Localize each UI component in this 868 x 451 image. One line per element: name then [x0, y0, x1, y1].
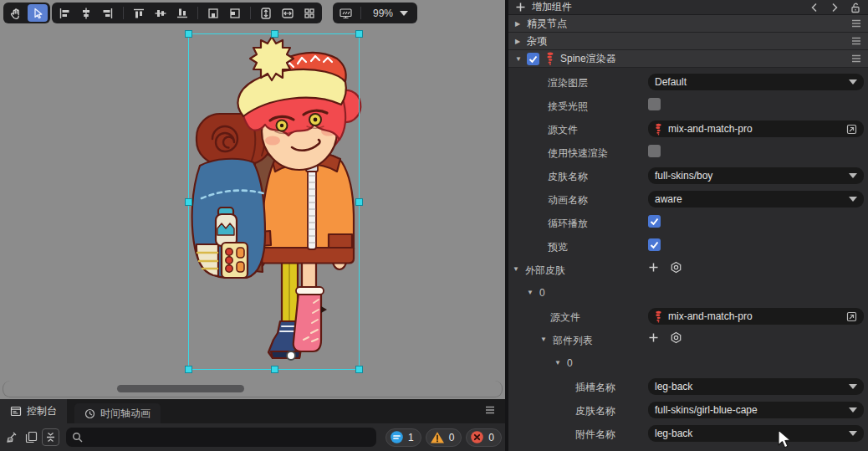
- property-render-layer: 渲染图层 Default: [508, 70, 868, 94]
- skin-name-select[interactable]: full-skins/boy: [648, 167, 864, 184]
- distribute-horizontal-button[interactable]: [225, 4, 245, 22]
- locate-asset-icon[interactable]: [846, 124, 857, 135]
- selection-handle-middle-right[interactable]: [355, 198, 363, 206]
- clear-console-button[interactable]: [3, 428, 21, 446]
- chevron-right-icon: [830, 3, 840, 13]
- align-center-horizontal-button[interactable]: [76, 4, 96, 22]
- plus-icon: [515, 2, 526, 13]
- expand-arrow-icon: ▼: [515, 55, 527, 63]
- distribute-vertical-button[interactable]: [203, 4, 223, 22]
- selection-handle-middle-left[interactable]: [185, 198, 192, 206]
- grid-arrange-button[interactable]: [299, 4, 319, 22]
- align-right-button[interactable]: [98, 4, 118, 22]
- selection-handle-bottom-right[interactable]: [355, 366, 363, 373]
- part-skin-name-select[interactable]: full-skins/girl-blue-cape: [648, 402, 864, 418]
- slot-name-select[interactable]: leg-back: [648, 378, 864, 395]
- add-item-icon[interactable]: [648, 262, 659, 273]
- section-menu-icon[interactable]: [851, 54, 861, 63]
- property-label: 源文件: [548, 123, 578, 137]
- section-menu-icon[interactable]: [851, 37, 861, 45]
- select-tool-button[interactable]: [28, 4, 48, 22]
- stretch-horizontal-icon: [281, 7, 294, 20]
- selection-handle-top-center[interactable]: [271, 30, 278, 38]
- stretch-vertical-icon: [259, 7, 273, 20]
- copy-log-button[interactable]: [23, 428, 40, 446]
- select-value: Default: [655, 76, 849, 88]
- align-center-vertical-icon: [154, 7, 167, 20]
- selection-handle-bottom-left[interactable]: [185, 366, 192, 373]
- fast-render-checkbox[interactable]: [648, 145, 661, 157]
- settings-icon[interactable]: [670, 261, 682, 274]
- spine-icon: [655, 123, 662, 136]
- locate-asset-icon[interactable]: [846, 311, 857, 322]
- align-center-vertical-button[interactable]: [151, 4, 171, 22]
- toolbar-separator: [360, 7, 361, 19]
- property-label: 源文件: [550, 310, 580, 325]
- search-input[interactable]: [88, 431, 370, 444]
- history-forward-button[interactable]: [830, 3, 840, 13]
- panel-menu-icon[interactable]: [485, 406, 495, 414]
- loop-checkbox[interactable]: [648, 215, 661, 228]
- settings-icon[interactable]: [670, 331, 682, 344]
- preview-checkbox[interactable]: [648, 238, 661, 251]
- group-parts-list[interactable]: ▼ 部件列表: [508, 328, 868, 351]
- hand-tool-button[interactable]: [6, 4, 26, 22]
- align-right-icon: [101, 7, 115, 20]
- property-label: 插槽名称: [575, 381, 615, 395]
- zoom-level-value: 99%: [373, 8, 393, 19]
- spine-icon: [655, 310, 662, 323]
- property-slot-name: 插槽名称 leg-back: [508, 375, 868, 398]
- stretch-horizontal-button[interactable]: [278, 4, 298, 22]
- add-item-icon[interactable]: [648, 332, 659, 343]
- add-component-button[interactable]: 增加组件: [532, 0, 572, 14]
- source-file-asset-field[interactable]: mix-and-match-pro: [648, 120, 864, 137]
- align-left-button[interactable]: [54, 4, 74, 22]
- toolbar-separator: [250, 7, 251, 19]
- horizontal-scrollbar[interactable]: [117, 385, 244, 392]
- align-bottom-button[interactable]: [172, 4, 192, 22]
- property-label: 附件名称: [575, 428, 615, 442]
- expand-arrow-icon: ▼: [513, 265, 519, 273]
- align-top-button[interactable]: [129, 4, 149, 22]
- group-external-skin-0[interactable]: ▼ 0: [508, 281, 868, 305]
- error-count-badge[interactable]: 0: [466, 428, 502, 447]
- group-label: 0: [567, 357, 573, 369]
- message-count-badge[interactable]: 1: [385, 428, 421, 447]
- selection-handle-top-left[interactable]: [185, 30, 192, 38]
- scene-view[interactable]: 99%: [0, 0, 505, 399]
- log-search-field[interactable]: [66, 428, 376, 447]
- toolbar-separator: [197, 7, 198, 19]
- warning-count-badge[interactable]: 0: [426, 428, 462, 447]
- display-resolution-button[interactable]: [335, 4, 355, 22]
- section-label: Spine渲染器: [560, 52, 616, 66]
- collapse-logs-button[interactable]: [42, 428, 59, 446]
- editor-window: 99% 增加组件 ▶ 精灵节点 ▶ 杂项: [0, 0, 868, 451]
- render-layer-select[interactable]: Default: [648, 74, 864, 90]
- select-value: full-skins/boy: [655, 170, 849, 182]
- mouse-cursor: [778, 429, 792, 449]
- stretch-vertical-button[interactable]: [256, 4, 276, 22]
- section-misc[interactable]: ▶ 杂项: [508, 33, 868, 50]
- lock-inspector-button[interactable]: [850, 2, 861, 13]
- animation-name-select[interactable]: aware: [648, 191, 864, 208]
- select-value: leg-back: [655, 428, 849, 439]
- selection-handle-top-right[interactable]: [355, 30, 363, 38]
- group-label: 部件列表: [553, 334, 593, 348]
- section-sprite-node[interactable]: ▶ 精灵节点: [508, 15, 868, 33]
- section-spine-renderer[interactable]: ▼ Spine渲染器: [508, 50, 868, 68]
- collapse-arrow-icon: ▶: [515, 20, 527, 28]
- group-external-skins[interactable]: ▼ 外部皮肤: [508, 258, 868, 281]
- component-enabled-checkbox[interactable]: [527, 53, 539, 65]
- message-icon: [390, 430, 404, 444]
- receive-light-checkbox[interactable]: [648, 98, 661, 110]
- group-part-0[interactable]: ▼ 0: [508, 351, 868, 375]
- tab-console[interactable]: 控制台: [0, 399, 67, 423]
- zoom-level-dropdown[interactable]: 99%: [366, 8, 415, 19]
- tool-group: [3, 3, 50, 23]
- section-menu-icon[interactable]: [851, 19, 861, 28]
- selection-handle-bottom-center[interactable]: [271, 366, 278, 373]
- external-source-file-asset-field[interactable]: mix-and-match-pro: [648, 308, 864, 325]
- tab-timeline-animation[interactable]: 时间轴动画: [74, 403, 161, 423]
- history-back-button[interactable]: [809, 3, 819, 13]
- attachment-name-select[interactable]: leg-back: [648, 425, 864, 442]
